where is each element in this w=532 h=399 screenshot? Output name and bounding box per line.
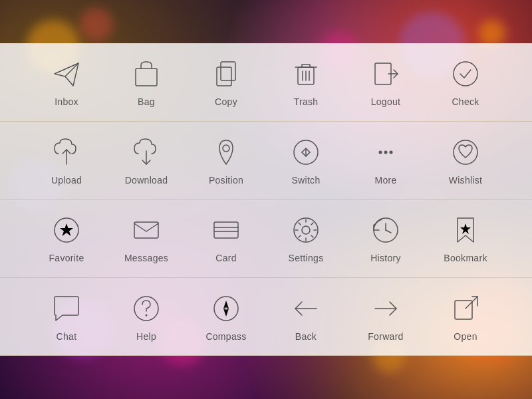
wishlist-item[interactable]: Wishlist [436, 135, 495, 186]
svg-line-36 [299, 235, 301, 237]
back-icon [289, 291, 323, 326]
open-icon [448, 291, 483, 326]
svg-rect-2 [221, 62, 235, 80]
card-icon [209, 213, 243, 247]
svg-marker-38 [460, 223, 471, 234]
chat-item[interactable]: Chat [37, 291, 96, 342]
help-item[interactable]: Help [116, 291, 176, 342]
open-label: Open [454, 331, 477, 342]
download-item[interactable]: Download [116, 135, 176, 186]
more-icon [368, 135, 403, 170]
more-item[interactable]: More [356, 135, 416, 186]
svg-point-40 [146, 314, 148, 316]
check-icon [448, 57, 483, 91]
icon-row-4: Chat Help Compass [0, 278, 532, 356]
compass-label: Compass [205, 331, 246, 342]
svg-line-34 [311, 235, 313, 237]
inbox-icon [49, 57, 84, 91]
chat-icon [49, 291, 84, 326]
svg-marker-22 [60, 223, 73, 236]
svg-rect-1 [136, 68, 157, 86]
copy-item[interactable]: Copy [196, 57, 256, 107]
back-item[interactable]: Back [276, 291, 336, 342]
more-label: More [374, 175, 396, 186]
help-icon [129, 291, 164, 326]
svg-line-33 [299, 223, 301, 225]
position-label: Position [209, 175, 243, 186]
card-item[interactable]: Card [196, 213, 256, 263]
wishlist-icon [448, 135, 483, 170]
svg-point-11 [454, 62, 477, 86]
switch-item[interactable]: Switch [276, 135, 336, 186]
bag-label: Bag [138, 96, 155, 107]
icon-row-2: Upload Download Position [0, 122, 532, 200]
open-item[interactable]: Open [436, 291, 495, 342]
svg-rect-24 [214, 222, 238, 238]
svg-point-28 [302, 226, 310, 234]
download-label: Download [125, 175, 168, 186]
history-label: History [370, 253, 401, 263]
logout-item[interactable]: Logout [356, 57, 416, 107]
bookmark-label: Bookmark [444, 253, 487, 263]
history-icon [368, 213, 403, 247]
svg-rect-3 [217, 67, 231, 86]
svg-line-35 [311, 223, 313, 225]
bookmark-icon [448, 213, 483, 247]
logout-icon [368, 57, 403, 91]
upload-label: Upload [51, 175, 82, 186]
trash-item[interactable]: Trash [276, 57, 336, 107]
inbox-label: Inbox [55, 96, 78, 107]
forward-item[interactable]: Forward [356, 291, 416, 342]
svg-rect-47 [455, 301, 472, 319]
forward-icon [368, 291, 403, 326]
card-label: Card [215, 253, 237, 263]
svg-line-48 [466, 297, 477, 309]
bag-icon [129, 57, 164, 91]
position-icon [209, 135, 243, 170]
help-label: Help [136, 331, 156, 342]
copy-label: Copy [215, 96, 237, 107]
check-item[interactable]: Check [436, 57, 495, 107]
messages-icon [129, 213, 164, 247]
check-label: Check [452, 96, 479, 107]
switch-label: Switch [291, 175, 320, 186]
logout-label: Logout [371, 96, 401, 107]
back-label: Back [295, 331, 317, 342]
copy-icon [209, 57, 243, 91]
svg-point-14 [223, 145, 229, 152]
compass-item[interactable]: Compass [196, 291, 256, 342]
messages-item[interactable]: Messages [116, 213, 176, 263]
favorite-icon [49, 213, 84, 247]
svg-point-20 [454, 140, 477, 164]
icon-row-1: Inbox Bag Copy [0, 43, 532, 122]
svg-point-19 [390, 150, 393, 154]
trash-icon [289, 57, 323, 91]
favorite-item[interactable]: Favorite [37, 213, 96, 263]
svg-point-44 [225, 307, 227, 310]
svg-point-18 [384, 150, 388, 154]
svg-point-41 [214, 297, 238, 321]
settings-item[interactable]: Settings [276, 213, 336, 263]
icon-row-3: Favorite Messages Card [0, 200, 532, 278]
download-icon [129, 135, 164, 170]
bag-item[interactable]: Bag [116, 57, 176, 107]
inbox-item[interactable]: Inbox [37, 57, 96, 107]
compass-icon [209, 291, 243, 326]
settings-icon [289, 213, 323, 247]
svg-rect-23 [134, 222, 158, 238]
history-item[interactable]: History [356, 213, 416, 263]
svg-point-17 [379, 150, 382, 154]
switch-icon [289, 135, 323, 170]
wishlist-label: Wishlist [449, 175, 483, 186]
trash-label: Trash [294, 96, 319, 107]
messages-label: Messages [124, 253, 168, 263]
chat-label: Chat [57, 331, 77, 342]
upload-item[interactable]: Upload [37, 135, 96, 186]
upload-icon [49, 135, 84, 170]
favorite-label: Favorite [49, 253, 84, 263]
forward-label: Forward [368, 331, 403, 342]
bookmark-item[interactable]: Bookmark [436, 213, 495, 263]
position-item[interactable]: Position [196, 135, 256, 186]
settings-label: Settings [289, 253, 324, 263]
